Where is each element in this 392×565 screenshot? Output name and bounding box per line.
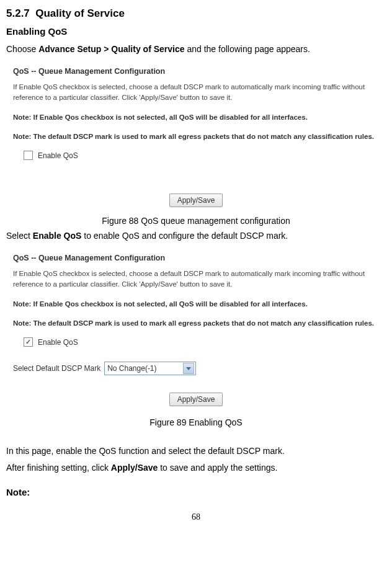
note-heading: Note: [6, 487, 386, 497]
panel1-note1: Note: If Enable Qos checkbox is not sele… [13, 112, 379, 123]
page-number: 68 [6, 512, 386, 522]
apply-button-row-1: Apply/Save [11, 194, 381, 207]
panel1-desc: If Enable QoS checkbox is selected, choo… [13, 82, 379, 104]
intro-bold: Advance Setup > Quality of Service [38, 44, 184, 54]
closing2-prefix: After finishing setting, click [6, 463, 111, 473]
intro-prefix: Choose [6, 44, 38, 54]
apply-save-button-1[interactable]: Apply/Save [169, 194, 223, 207]
mid-suffix: to enable QoS and configure the default … [81, 231, 288, 241]
section-title: Quality of Service [35, 7, 125, 19]
panel2-title: QoS -- Queue Management Configuration [13, 254, 381, 262]
closing2-bold: Apply/Save [111, 463, 158, 473]
enable-qos-label-1: Enable QoS [38, 151, 78, 160]
section-number: 5.2.7 [6, 7, 30, 19]
dscp-select-label: Select Default DSCP Mark [13, 364, 100, 373]
mid-bold: Enable QoS [33, 231, 82, 241]
dscp-select-value: No Change(-1) [107, 364, 156, 373]
enable-qos-label-2: Enable QoS [38, 338, 78, 347]
panel2-note1: Note: If Enable Qos checkbox is not sele… [13, 299, 379, 309]
figure-88-caption: Figure 88 QoS queue management configura… [6, 216, 386, 226]
panel1-title: QoS -- Queue Management Configuration [13, 67, 381, 76]
closing-line-2: After finishing setting, click Apply/Sav… [6, 461, 386, 474]
intro-paragraph: Choose Advance Setup > Quality of Servic… [6, 43, 386, 56]
closing2-suffix: to save and apply the settings. [158, 463, 277, 473]
panel2-desc: If Enable QoS checkbox is selected, choo… [13, 269, 379, 290]
apply-button-row-2: Apply/Save [11, 393, 381, 406]
enable-qos-checkbox-unchecked[interactable] [24, 151, 33, 160]
intro-suffix: and the following page appears. [185, 44, 310, 54]
dscp-select[interactable]: No Change(-1) [104, 362, 196, 375]
screenshot-panel-2: QoS -- Queue Management Configuration If… [6, 246, 386, 414]
mid-prefix: Select [6, 231, 33, 241]
panel2-note2: Note: The default DSCP mark is used to m… [13, 318, 379, 329]
subheading-enabling-qos: Enabling QoS [6, 26, 386, 37]
figure-89-caption: Figure 89 Enabling QoS [6, 417, 386, 427]
enable-qos-row-1: Enable QoS [24, 151, 379, 160]
closing-line-1: In this page, enable the QoS function an… [6, 445, 386, 458]
apply-save-button-2[interactable]: Apply/Save [169, 393, 223, 406]
dscp-select-row: Select Default DSCP Mark No Change(-1) [13, 362, 379, 375]
section-heading: 5.2.7 Quality of Service [6, 7, 386, 20]
panel1-note2: Note: The default DSCP mark is used to m… [13, 131, 379, 142]
mid-paragraph: Select Enable QoS to enable QoS and conf… [6, 229, 386, 242]
enable-qos-checkbox-checked[interactable] [24, 337, 33, 347]
chevron-down-icon [183, 363, 194, 374]
screenshot-panel-1: QoS -- Queue Management Configuration If… [6, 60, 386, 215]
enable-qos-row-2: Enable QoS [24, 337, 379, 347]
